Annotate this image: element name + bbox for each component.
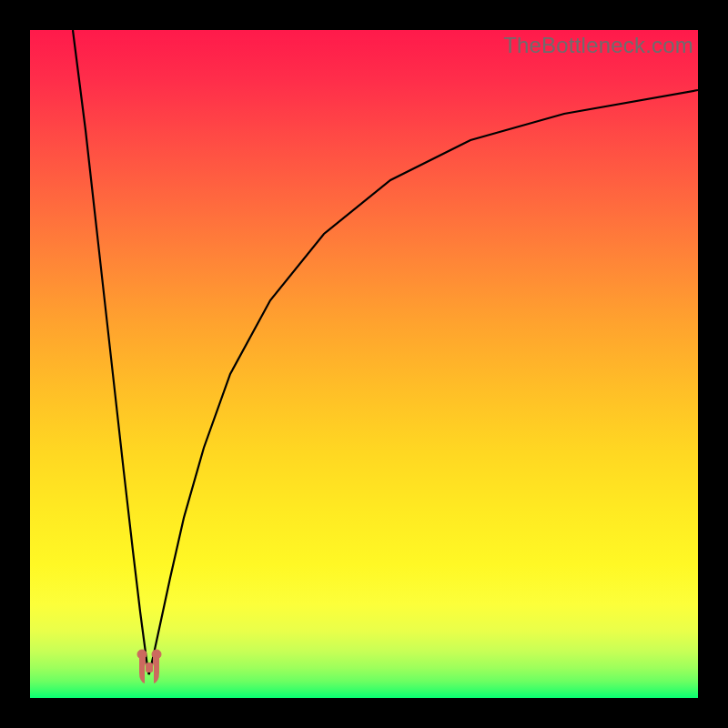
curve-left-branch xyxy=(73,30,149,674)
cusp-marker-icon xyxy=(137,650,161,683)
chart-frame: TheBottleneck.com xyxy=(0,0,728,728)
curve-right-branch xyxy=(149,90,698,674)
svg-point-1 xyxy=(152,650,161,659)
svg-point-0 xyxy=(137,650,147,659)
bottleneck-curve xyxy=(30,30,698,698)
plot-area xyxy=(30,30,698,698)
